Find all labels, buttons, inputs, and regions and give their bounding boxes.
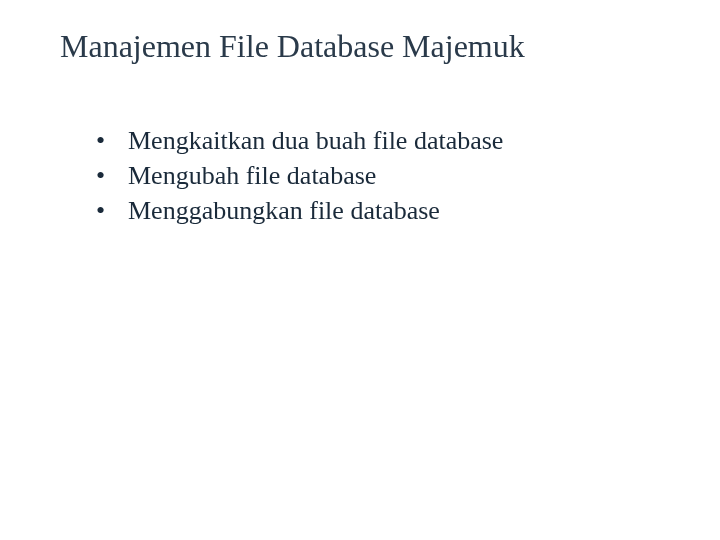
list-item: Menggabungkan file database <box>96 193 720 228</box>
list-item: Mengubah file database <box>96 158 720 193</box>
bullet-list: Mengkaitkan dua buah file database Mengu… <box>60 123 720 228</box>
list-item: Mengkaitkan dua buah file database <box>96 123 720 158</box>
slide-title: Manajemen File Database Majemuk <box>60 28 720 65</box>
